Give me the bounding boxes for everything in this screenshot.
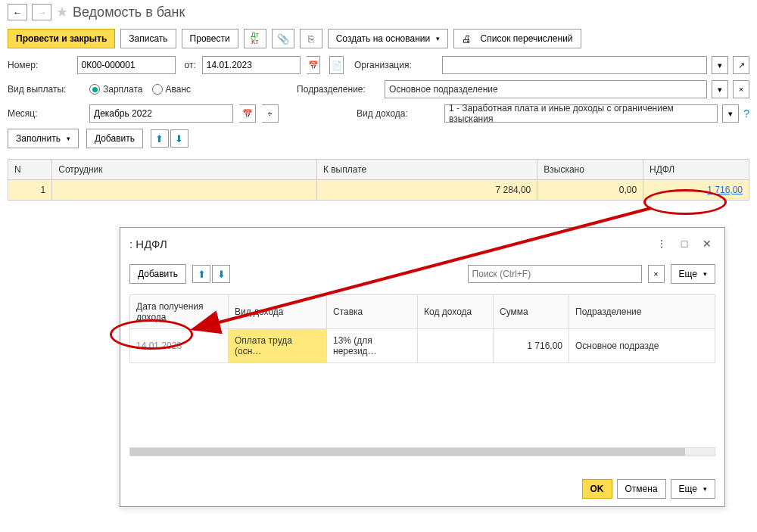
date-input[interactable] (202, 56, 301, 74)
dialog-table: Дата получения дохода Вид дохода Ставка … (129, 294, 715, 363)
dialog-footer-more-button[interactable]: Еще (671, 479, 715, 499)
print-icon (462, 33, 472, 45)
org-dropdown-button[interactable]: ▾ (712, 56, 728, 74)
favorite-star-icon[interactable]: ★ (56, 4, 68, 20)
dialog-menu-button[interactable]: ⋮ (653, 235, 670, 252)
month-stepper-button[interactable]: ÷ (262, 104, 279, 123)
dept-select[interactable]: Основное подразделение (385, 80, 707, 98)
dlg-col-code[interactable]: Код дохода (418, 295, 494, 329)
doc-status-button[interactable] (329, 56, 344, 74)
create-based-on-button[interactable]: Создать на основании (328, 29, 449, 48)
col-employee[interactable]: Сотрудник (52, 160, 317, 180)
dlg-cell-sum[interactable]: 1 716,00 (494, 329, 569, 363)
copy-button[interactable] (300, 29, 322, 48)
cell-collected[interactable]: 0,00 (537, 180, 643, 201)
dialog-cancel-button[interactable]: Отмена (617, 479, 666, 499)
dlg-col-date[interactable]: Дата получения дохода (130, 295, 229, 329)
page-title: Ведомость в банк (73, 5, 185, 20)
dialog-close-button[interactable]: ✕ (699, 235, 715, 252)
income-label: Вид дохода: (357, 108, 440, 119)
dlg-col-rate[interactable]: Ставка (327, 295, 418, 329)
org-select[interactable] (442, 56, 707, 74)
col-collected[interactable]: Взыскано (537, 160, 643, 180)
dialog-more-button[interactable]: Еще (671, 264, 715, 284)
ndfl-link[interactable]: 1 716,00 (707, 185, 743, 195)
table-row[interactable]: 14.01.2023 Оплата труда (осн… 13% (для н… (130, 329, 715, 363)
cell-to-pay[interactable]: 7 284,00 (316, 180, 537, 201)
main-table: N Сотрудник К выплате Взыскано НДФЛ 1 7 … (8, 159, 749, 201)
attach-icon (277, 33, 289, 45)
month-picker-button[interactable] (239, 104, 256, 123)
number-input[interactable] (77, 56, 176, 74)
document-icon (332, 61, 342, 70)
col-n[interactable]: N (8, 160, 52, 180)
post-and-close-button[interactable]: Провести и закрыть (8, 29, 115, 48)
dlg-cell-kind[interactable]: Оплата труда (осн… (229, 329, 327, 363)
copy-icon (308, 33, 314, 45)
col-ndfl[interactable]: НДФЛ (643, 160, 749, 180)
income-select[interactable]: 1 - Заработная плата и иные доходы с огр… (444, 104, 718, 123)
attach-button[interactable] (272, 29, 294, 48)
radio-dot-icon (89, 84, 100, 95)
add-row-button[interactable]: Добавить (86, 129, 143, 148)
dialog-move-down-button[interactable]: ⬇ (212, 265, 230, 283)
dlg-cell-dept[interactable]: Основное подразде (569, 329, 715, 363)
fill-button[interactable]: Заполнить (8, 129, 79, 148)
move-up-button[interactable]: ⬆ (151, 129, 169, 148)
dlg-col-kind[interactable]: Вид дохода (229, 295, 327, 329)
cell-employee[interactable] (52, 180, 317, 201)
month-input[interactable] (89, 104, 233, 123)
radio-dot-icon (152, 84, 163, 95)
dlg-cell-date[interactable]: 14.01.2023 (130, 329, 229, 363)
dialog-ok-button[interactable]: OK (582, 479, 612, 499)
dlg-col-sum[interactable]: Сумма (494, 295, 569, 329)
dept-dropdown-button[interactable]: ▾ (712, 80, 728, 98)
month-label: Месяц: (8, 108, 83, 119)
table-row[interactable]: 1 7 284,00 0,00 1 716,00 (8, 180, 749, 201)
dlg-cell-code[interactable] (418, 329, 494, 363)
cell-n: 1 (8, 180, 52, 201)
ndfl-dialog: : НДФЛ ⋮ □ ✕ Добавить ⬆ ⬇ × Еще Дата пол… (120, 227, 725, 507)
nav-back-button[interactable]: ← (8, 4, 27, 20)
dialog-maximize-button[interactable]: □ (676, 235, 693, 252)
save-button[interactable]: Записать (120, 29, 176, 48)
calendar-icon (308, 61, 319, 70)
dialog-search-input[interactable] (468, 265, 642, 283)
post-button[interactable]: Провести (182, 29, 238, 48)
col-to-pay[interactable]: К выплате (316, 160, 537, 180)
dialog-add-button[interactable]: Добавить (129, 264, 186, 284)
number-label: Номер: (8, 60, 71, 70)
date-picker-button[interactable] (307, 56, 321, 74)
cell-ndfl[interactable]: 1 716,00 (643, 180, 749, 201)
dialog-title: : НДФЛ (129, 238, 647, 250)
radio-advance[interactable]: Аванс (152, 84, 192, 95)
horizontal-scrollbar[interactable] (129, 447, 715, 456)
dialog-search-clear-button[interactable]: × (648, 265, 665, 283)
org-open-button[interactable]: ↗ (733, 56, 749, 74)
nav-forward-button[interactable]: → (32, 4, 51, 20)
dt-kt-button[interactable]: ДтКт (244, 29, 266, 48)
date-label: от: (185, 60, 196, 70)
dept-label: Подразделение: (297, 84, 380, 95)
dialog-move-up-button[interactable]: ⬆ (192, 265, 210, 283)
dept-clear-button[interactable]: × (733, 80, 749, 98)
help-icon[interactable]: ? (743, 107, 749, 120)
payment-type-label: Вид выплаты: (8, 84, 83, 95)
income-dropdown-button[interactable]: ▾ (722, 104, 739, 123)
dlg-col-dept[interactable]: Подразделение (569, 295, 715, 329)
org-label: Организация: (354, 60, 438, 70)
radio-salary[interactable]: Зарплата (89, 84, 143, 95)
calendar-icon (242, 109, 253, 119)
dlg-cell-rate[interactable]: 13% (для нерезид… (327, 329, 418, 363)
transfer-list-button[interactable]: Список перечислений (453, 29, 581, 48)
move-down-button[interactable]: ⬇ (170, 129, 188, 148)
